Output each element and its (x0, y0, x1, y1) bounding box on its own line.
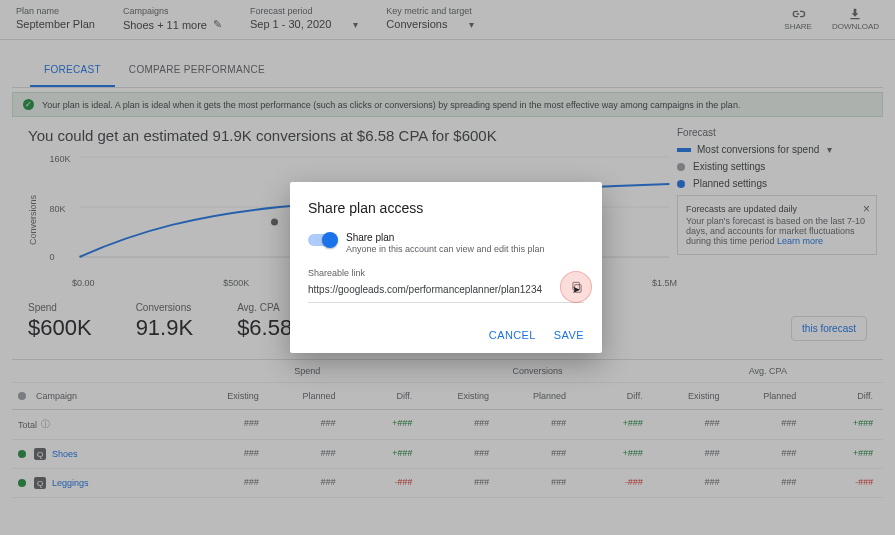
toggle-title: Share plan (346, 232, 545, 243)
copy-link-button[interactable]: ➤ (570, 280, 584, 298)
save-button[interactable]: SAVE (554, 329, 584, 341)
toggle-subtitle: Anyone in this account can view and edit… (346, 244, 545, 254)
shareable-link-label: Shareable link (308, 268, 584, 278)
cursor-icon: ➤ (572, 284, 580, 295)
cancel-button[interactable]: CANCEL (489, 329, 536, 341)
share-plan-dialog: Share plan access Share plan Anyone in t… (290, 182, 602, 353)
share-plan-toggle[interactable] (308, 234, 336, 246)
dialog-title: Share plan access (308, 200, 584, 216)
shareable-link-input[interactable] (308, 284, 564, 295)
